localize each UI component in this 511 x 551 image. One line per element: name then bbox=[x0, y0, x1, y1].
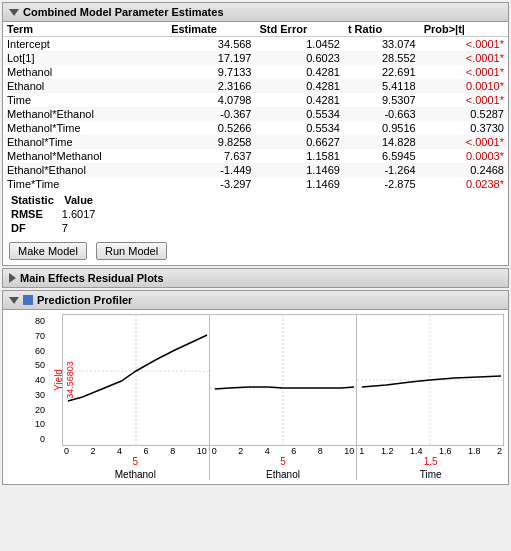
table-row: Ethanol*Time bbox=[3, 135, 167, 149]
table-row: 2.3166 bbox=[167, 79, 255, 93]
table-row: Methanol bbox=[3, 65, 167, 79]
table-row: 0.6023 bbox=[256, 51, 344, 65]
table-row: 7.637 bbox=[167, 149, 255, 163]
table-row: 9.7133 bbox=[167, 65, 255, 79]
col-header-prob: Prob>|t| bbox=[420, 22, 508, 37]
col-header-term: Term bbox=[3, 22, 167, 37]
stat-row: RMSE bbox=[7, 207, 58, 221]
time-chart bbox=[357, 315, 503, 445]
table-row: 1.1469 bbox=[256, 177, 344, 191]
time-xticks: 1 1.2 1.4 1.6 1.8 2 bbox=[357, 446, 504, 456]
methanol-svg bbox=[63, 315, 209, 445]
table-row: <.0001* bbox=[420, 51, 508, 65]
table-row: Methanol*Methanol bbox=[3, 149, 167, 163]
y-axis-label: Yield 34.56803 bbox=[53, 315, 75, 445]
table-row: 0.6627 bbox=[256, 135, 344, 149]
table-row: 0.9516 bbox=[344, 121, 420, 135]
table-row: 0.0238* bbox=[420, 177, 508, 191]
table-row: 0.3730 bbox=[420, 121, 508, 135]
profiler-chart-row: 80 70 60 50 40 30 20 10 0 Yield 34.56803 bbox=[7, 314, 504, 446]
stat-table: Statistic Value RMSE 1.6017 DF 7 bbox=[7, 193, 99, 235]
methanol-chart bbox=[63, 315, 210, 445]
table-row: 0.5266 bbox=[167, 121, 255, 135]
prediction-profiler-panel: Prediction Profiler 80 70 60 50 40 30 20… bbox=[2, 290, 509, 485]
combined-model-header: Combined Model Parameter Estimates bbox=[3, 3, 508, 22]
profiler-icon bbox=[23, 295, 33, 305]
table-row: 1.1581 bbox=[256, 149, 344, 163]
stat-col-header: Statistic bbox=[7, 193, 58, 207]
table-row: -0.663 bbox=[344, 107, 420, 121]
table-row: -1.264 bbox=[344, 163, 420, 177]
main-effects-title: Main Effects Residual Plots bbox=[20, 272, 164, 284]
ethanol-xticks: 0 2 4 6 8 10 bbox=[210, 446, 357, 456]
table-row: 33.074 bbox=[344, 37, 420, 52]
table-row: 0.4281 bbox=[256, 93, 344, 107]
x-axis-row: 0 2 4 6 8 10 5 Methanol 0 2 4 6 8 1 bbox=[62, 446, 504, 480]
prediction-profiler-header: Prediction Profiler bbox=[3, 291, 508, 310]
table-row: 1.0452 bbox=[256, 37, 344, 52]
prediction-profiler-title: Prediction Profiler bbox=[37, 294, 132, 306]
methanol-xticks: 0 2 4 6 8 10 bbox=[62, 446, 209, 456]
make-model-button[interactable]: Make Model bbox=[9, 242, 87, 260]
combined-model-body: Term Estimate Std Error t Ratio Prob>|t|… bbox=[3, 22, 508, 265]
table-row: 34.568 bbox=[167, 37, 255, 52]
combined-model-title: Combined Model Parameter Estimates bbox=[23, 6, 224, 18]
ethanol-chart bbox=[210, 315, 357, 445]
methanol-xaxis: 0 2 4 6 8 10 5 Methanol bbox=[62, 446, 210, 480]
methanol-xvalue: 5 bbox=[62, 456, 209, 467]
table-row: 9.5307 bbox=[344, 93, 420, 107]
y-axis-value: 34.56803 bbox=[65, 361, 75, 399]
run-model-button[interactable]: Run Model bbox=[96, 242, 167, 260]
val-col-header: Value bbox=[58, 193, 100, 207]
table-row: 1.1469 bbox=[256, 163, 344, 177]
table-row: Intercept bbox=[3, 37, 167, 52]
table-row: -1.449 bbox=[167, 163, 255, 177]
table-row: 14.828 bbox=[344, 135, 420, 149]
combined-model-panel: Combined Model Parameter Estimates Term … bbox=[2, 2, 509, 266]
collapse-icon[interactable] bbox=[9, 9, 19, 16]
table-row: <.0001* bbox=[420, 135, 508, 149]
table-row: 9.8258 bbox=[167, 135, 255, 149]
button-row: Make Model Run Model bbox=[3, 237, 508, 265]
table-row: 4.0798 bbox=[167, 93, 255, 107]
y-tick-labels: 80 70 60 50 40 30 20 10 0 bbox=[7, 314, 47, 446]
ethanol-xaxis: 0 2 4 6 8 10 5 Ethanol bbox=[210, 446, 358, 480]
col-header-estimate: Estimate bbox=[167, 22, 255, 37]
table-row: 6.5945 bbox=[344, 149, 420, 163]
table-row: Lot[1] bbox=[3, 51, 167, 65]
profiler-collapse-icon[interactable] bbox=[9, 297, 19, 304]
stat-value: 1.6017 bbox=[58, 207, 100, 221]
main-effects-section: Main Effects Residual Plots bbox=[2, 268, 509, 288]
table-row: 5.4118 bbox=[344, 79, 420, 93]
time-xlabel: Time bbox=[357, 469, 504, 480]
table-row: 22.691 bbox=[344, 65, 420, 79]
table-row: Time bbox=[3, 93, 167, 107]
table-row: 0.0010* bbox=[420, 79, 508, 93]
time-xaxis: 1 1.2 1.4 1.6 1.8 2 1.5 Time bbox=[357, 446, 504, 480]
params-table: Term Estimate Std Error t Ratio Prob>|t|… bbox=[3, 22, 508, 191]
table-row: <.0001* bbox=[420, 65, 508, 79]
table-row: 0.5287 bbox=[420, 107, 508, 121]
col-header-tratio: t Ratio bbox=[344, 22, 420, 37]
charts-container bbox=[62, 314, 504, 446]
table-row: 0.4281 bbox=[256, 79, 344, 93]
table-row: <.0001* bbox=[420, 37, 508, 52]
time-svg bbox=[357, 315, 503, 445]
stat-value: 7 bbox=[58, 221, 100, 235]
table-row: Ethanol*Ethanol bbox=[3, 163, 167, 177]
table-row: Ethanol bbox=[3, 79, 167, 93]
y-axis-area: 80 70 60 50 40 30 20 10 0 Yield 34.56803 bbox=[7, 314, 62, 446]
ethanol-xlabel: Ethanol bbox=[210, 469, 357, 480]
ethanol-svg bbox=[210, 315, 356, 445]
table-row: Time*Time bbox=[3, 177, 167, 191]
table-row: -0.367 bbox=[167, 107, 255, 121]
table-row: Methanol*Ethanol bbox=[3, 107, 167, 121]
ethanol-xvalue: 5 bbox=[210, 456, 357, 467]
table-row: 0.5534 bbox=[256, 121, 344, 135]
table-row: <.0001* bbox=[420, 93, 508, 107]
stat-row: DF bbox=[7, 221, 58, 235]
table-row: 0.0003* bbox=[420, 149, 508, 163]
main-effects-expand-icon[interactable] bbox=[9, 273, 16, 283]
table-row: 17.197 bbox=[167, 51, 255, 65]
table-row: 0.5534 bbox=[256, 107, 344, 121]
